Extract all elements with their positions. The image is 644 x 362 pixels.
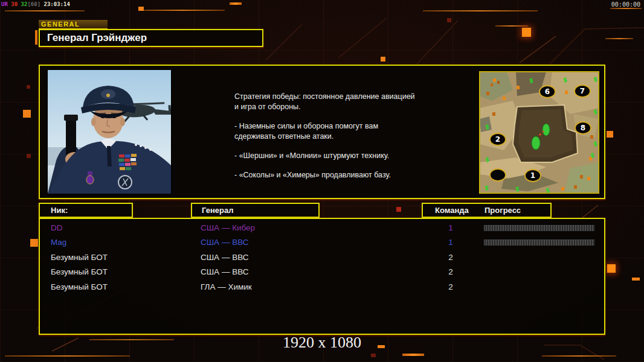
start-position-marker <box>490 169 506 181</box>
svg-text:$: $ <box>485 185 489 191</box>
deco-square <box>23 110 31 118</box>
minimap: $$$ $$$ $$$ $$ 6 7 8 2 1 <box>479 71 599 194</box>
briefing-paragraph: Стратегия победы: постоянное давление ав… <box>234 92 440 112</box>
deco-line <box>5 10 85 11</box>
column-header-general: Генерал <box>191 203 320 218</box>
deco-line <box>495 25 528 27</box>
svg-text:8: 8 <box>581 124 585 132</box>
deco-square <box>27 85 30 89</box>
svg-text:$: $ <box>485 156 489 163</box>
deco-square <box>607 264 616 273</box>
player-general: США — ВВС <box>201 238 248 247</box>
player-team: 1 <box>439 223 463 232</box>
deco-square <box>522 28 531 37</box>
player-team: 2 <box>439 267 463 276</box>
player-row: DD США — Кибер 1 <box>40 221 604 236</box>
player-general: США — ВВС <box>201 253 248 262</box>
player-team: 1 <box>439 238 463 247</box>
debug-label: UR <box>1 1 8 7</box>
column-header-team-progress: Команда Прогресс <box>422 203 552 218</box>
svg-text:$: $ <box>593 109 597 115</box>
deco-line <box>423 10 538 11</box>
minimap-image: $$$ $$$ $$$ $$ 6 7 8 2 1 <box>480 72 599 193</box>
deco-line <box>35 30 37 45</box>
player-general: ГЛА — Химик <box>201 282 252 291</box>
load-progress-bar <box>483 224 595 232</box>
deco-square <box>632 278 640 281</box>
deco-line <box>5 355 130 357</box>
debug-fps: 30 <box>11 1 18 7</box>
general-name: Генерал Грэйнджер <box>40 30 262 46</box>
debug-fps2: 32 <box>21 1 28 7</box>
svg-text:$: $ <box>485 124 489 130</box>
general-portrait <box>47 69 172 194</box>
player-nick: Mag <box>51 238 66 247</box>
general-tab-label: GENERAL <box>39 20 108 29</box>
tree-icon <box>532 136 540 150</box>
column-header-progress: Прогресс <box>485 204 521 217</box>
deco-line <box>230 2 242 5</box>
load-progress-bar <box>483 239 595 246</box>
player-team: 2 <box>439 282 463 291</box>
player-row: Безумный БОТ ГЛА — Химик 2 <box>40 281 604 295</box>
player-general: США — Кибер <box>201 223 255 232</box>
deco-line <box>610 8 642 9</box>
svg-text:$: $ <box>593 141 597 147</box>
player-team: 2 <box>439 253 463 262</box>
svg-text:$: $ <box>563 77 567 83</box>
svg-text:2: 2 <box>495 135 500 144</box>
player-general: США — ВВС <box>201 267 248 276</box>
column-header-team: Команда <box>435 204 469 217</box>
deco-square <box>27 154 31 158</box>
player-nick: Безумный БОТ <box>51 282 108 291</box>
briefing-panel: Стратегия победы: постоянное давление ав… <box>39 65 605 199</box>
deco-line <box>402 354 424 356</box>
player-row: Mag США — ВВС 1 <box>40 236 604 250</box>
svg-text:7: 7 <box>580 87 585 95</box>
svg-text:$: $ <box>593 76 597 83</box>
player-nick: Безумный БОТ <box>51 267 108 276</box>
svg-text:$: $ <box>546 187 550 193</box>
deco-square <box>30 239 38 247</box>
general-title-box: Генерал Грэйнджер <box>39 29 263 47</box>
deco-square <box>607 131 613 138</box>
tree-icon <box>543 124 550 136</box>
svg-text:$: $ <box>590 152 594 159</box>
svg-text:$: $ <box>515 186 520 192</box>
player-row: Безумный БОТ США — ВВС 2 <box>40 265 604 280</box>
match-timer: 00:00:00 <box>611 1 640 8</box>
strategy-briefing: Стратегия победы: постоянное давление ав… <box>234 92 440 189</box>
briefing-paragraph: - «Шершни» и «Молнии» штурмуют технику. <box>234 151 440 161</box>
column-header-nick: Ник: <box>39 203 133 218</box>
svg-text:6: 6 <box>545 87 550 96</box>
player-row: Безумный БОТ США — ВВС 2 <box>40 251 604 265</box>
debug-clock: 23:03:14 <box>43 1 69 7</box>
briefing-paragraph: - «Соколы» и «Химеры» продавливают базу. <box>234 170 440 180</box>
deco-line <box>605 38 633 39</box>
player-nick: Безумный БОТ <box>51 253 108 262</box>
briefing-paragraph: - Наземные силы и оборона помогут вам сд… <box>234 121 440 142</box>
deco-square <box>381 57 385 62</box>
resolution-label: 1920 x 1080 <box>0 334 644 352</box>
deco-line <box>139 10 225 11</box>
deco-square <box>447 18 451 22</box>
player-table: DD США — Кибер 1 Mag США — ВВС 1 Безумны… <box>39 218 605 335</box>
deco-square <box>138 7 144 11</box>
gentool-debug-readout: UR 30 32[60] 23:03:14 <box>1 1 70 7</box>
debug-fps-cap: [60] <box>27 1 40 7</box>
deco-square <box>396 207 401 212</box>
player-nick: DD <box>51 223 63 232</box>
deco-line <box>542 355 616 357</box>
svg-text:$: $ <box>529 77 533 84</box>
general-portrait-image <box>48 70 171 194</box>
deco-square <box>371 354 376 357</box>
svg-text:1: 1 <box>530 171 535 180</box>
